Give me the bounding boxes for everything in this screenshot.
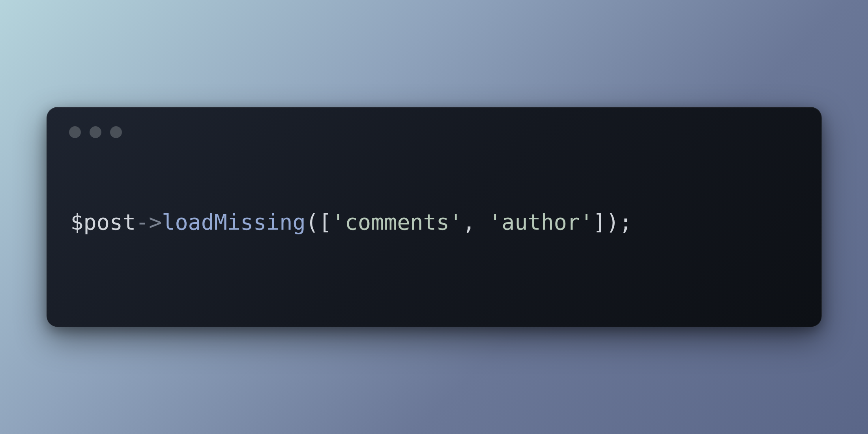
code-editor-window: $post->loadMissing(['comments', 'author'… (47, 107, 822, 327)
window-traffic-lights (69, 126, 122, 138)
maximize-icon[interactable] (110, 126, 122, 138)
code-comma: , (462, 210, 488, 235)
code-arrow-operator: -> (136, 210, 162, 235)
code-string-author: 'author' (488, 210, 593, 235)
code-string-comments: 'comments' (332, 210, 462, 235)
code-close-paren: ) (606, 210, 619, 235)
code-variable: $post (71, 210, 136, 235)
code-close-bracket: ] (593, 210, 606, 235)
code-method-name: loadMissing (162, 210, 305, 235)
code-open-bracket: [ (319, 210, 332, 235)
code-snippet: $post->loadMissing(['comments', 'author'… (71, 209, 632, 235)
code-open-paren: ( (306, 210, 319, 235)
code-semicolon: ; (619, 210, 632, 235)
close-icon[interactable] (69, 126, 81, 138)
minimize-icon[interactable] (90, 126, 101, 138)
